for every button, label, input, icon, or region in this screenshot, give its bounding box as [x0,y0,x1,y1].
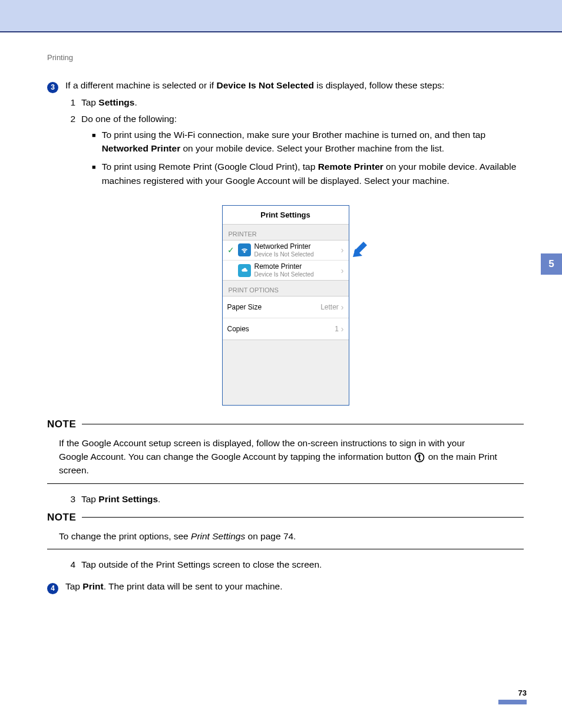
substep-number: 4 [67,558,75,571]
text: Do one of the following: [81,114,177,124]
text-italic: Print Settings [191,531,245,541]
note-2: NOTE To change the print options, see Pr… [47,512,524,549]
text-bold: Settings [98,97,134,107]
text: Tap [81,494,98,504]
checkmark-icon: ✓ [227,245,234,255]
option-label: Paper Size [227,303,262,311]
svg-point-4 [419,455,420,456]
note-rule [82,517,524,518]
networked-printer-row[interactable]: ✓ Networked Printer Device Is Not Select… [223,241,349,260]
text: Tap [65,581,82,591]
text: To print using Remote Print (Google Clou… [102,162,318,172]
wifi-icon [238,243,251,256]
substep-number: 3 [67,492,75,506]
text: If the Google Account setup screen is di… [59,438,465,448]
option-value: Letter [320,303,339,311]
text: . The print data will be sent to your ma… [104,581,283,591]
page-content: Printing 3 If a different machine is sel… [0,32,562,728]
substep-1: 1 Tap Settings. [67,95,524,109]
breadcrumb: Printing [47,53,524,62]
square-bullet-icon: ■ [92,162,96,190]
note-heading: NOTE [47,419,76,430]
text: To print using the Wi-Fi connection, mak… [102,130,485,140]
printer-section-label: PRINTER [223,225,349,240]
chevron-right-icon: › [341,245,344,255]
substep-2: 2 Do one of the following: ■ To print us… [67,112,524,192]
top-banner [0,0,562,32]
page-number: 73 [518,689,527,697]
step-4-row: 4 Tap Print. The print data will be sent… [47,579,524,593]
printer-row-title: Remote Printer [254,263,338,271]
arrow-callout-icon [353,233,378,261]
substep-number: 1 [67,95,75,109]
remote-printer-row[interactable]: Remote Printer Device Is Not Selected › [223,260,349,280]
note-1-body: If the Google Account setup screen is di… [59,436,524,477]
chevron-right-icon: › [341,302,344,312]
note-rule [47,549,524,549]
text: on page 74. [245,531,296,541]
text-bold: Remote Printer [318,162,384,172]
step-bullet-3: 3 [47,82,58,93]
text: . [158,494,160,504]
text-bold: Device Is Not Selected [216,80,313,90]
text: Tap [81,97,98,107]
cloud-icon [238,264,251,277]
step-3-text: If a different machine is selected or if… [65,78,444,92]
text: is displayed, follow these steps: [314,80,444,90]
printer-row-subtitle: Device Is Not Selected [254,251,338,258]
bullet-remote: ■ To print using Remote Print (Google Cl… [81,160,524,187]
print-settings-figure: Print Settings PRINTER ✓ Networked Print… [47,205,524,406]
chevron-right-icon: › [341,324,344,334]
substep-3: 3 Tap Print Settings. [67,492,524,506]
note-heading: NOTE [47,512,76,523]
step-bullet-4: 4 [47,583,58,594]
page-bar [498,700,527,704]
text-bold: Networked Printer [102,143,181,153]
text: on your mobile device. Select your Broth… [180,143,444,153]
text: Google Account. You can change the Googl… [59,452,414,462]
option-value: 1 [335,325,339,333]
printer-row-title: Networked Printer [254,243,338,251]
chevron-right-icon: › [341,266,344,275]
text-bold: Print [82,581,103,591]
info-icon [414,452,425,463]
option-label: Copies [227,325,249,333]
text-bold: Print Settings [98,494,158,504]
text: If a different machine is selected or if [65,80,216,90]
print-options-label: PRINT OPTIONS [223,281,349,296]
phone-mockup: Print Settings PRINTER ✓ Networked Print… [222,205,349,406]
phone-title: Print Settings [223,206,349,225]
note-2-body: To change the print options, see Print S… [59,529,524,543]
svg-point-0 [244,252,245,253]
chapter-tab: 5 [541,253,562,275]
note-rule [47,483,524,484]
substep-number: 2 [67,112,75,192]
note-1: NOTE If the Google Account setup screen … [47,419,524,484]
text: . [134,97,137,107]
page-number-block: 73 [498,689,527,704]
substep-4: 4 Tap outside of the Print Settings scre… [67,558,524,571]
square-bullet-icon: ■ [92,130,96,158]
step-3-row: 3 If a different machine is selected or … [47,78,524,92]
bullet-wifi: ■ To print using the Wi-Fi connection, m… [81,128,524,156]
text: To change the print options, see [59,531,191,541]
note-rule [82,424,524,424]
paper-size-row[interactable]: Paper Size Letter› [223,297,349,318]
printer-row-subtitle: Device Is Not Selected [254,271,338,278]
text: Tap outside of the Print Settings screen… [81,558,524,571]
copies-row[interactable]: Copies 1› [223,318,349,340]
